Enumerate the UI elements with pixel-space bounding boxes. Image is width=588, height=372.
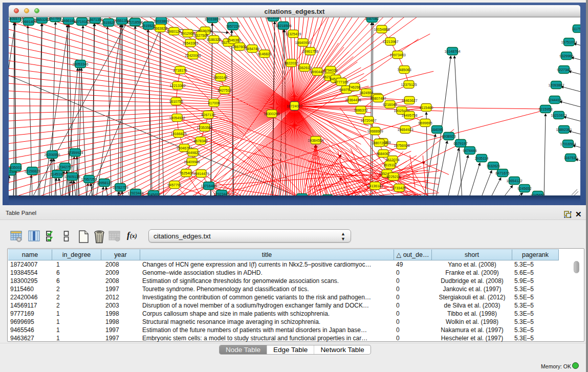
svg-text:19218506: 19218506 xyxy=(275,24,291,28)
svg-text:12353584: 12353584 xyxy=(197,126,212,129)
svg-text:19054932: 19054932 xyxy=(169,116,185,120)
svg-text:18724007: 18724007 xyxy=(287,104,302,108)
svg-text:2867608: 2867608 xyxy=(232,45,246,49)
svg-text:16543362: 16543362 xyxy=(182,41,198,45)
svg-text:10033809: 10033809 xyxy=(204,17,220,21)
svg-text:10961758: 10961758 xyxy=(302,50,318,53)
svg-text:1244415: 1244415 xyxy=(548,98,561,102)
svg-text:20206556: 20206556 xyxy=(44,153,60,157)
svg-text:7857224: 7857224 xyxy=(226,25,239,28)
svg-text:13716485: 13716485 xyxy=(201,184,216,188)
svg-text:9777169: 9777169 xyxy=(334,80,348,84)
svg-text:9329966: 9329966 xyxy=(559,54,573,58)
svg-text:10653287: 10653287 xyxy=(34,18,50,21)
svg-text:8678342: 8678342 xyxy=(193,139,207,143)
svg-text:12218506: 12218506 xyxy=(127,20,143,24)
svg-text:14136141: 14136141 xyxy=(367,184,383,188)
svg-text:12505135: 12505135 xyxy=(64,175,80,179)
svg-text:6794028: 6794028 xyxy=(323,69,337,72)
svg-text:8427512: 8427512 xyxy=(217,89,231,92)
svg-text:6679197: 6679197 xyxy=(453,142,467,145)
svg-text:9146821: 9146821 xyxy=(257,52,271,56)
svg-text:2935114: 2935114 xyxy=(475,157,489,160)
svg-text:8960124: 8960124 xyxy=(167,30,181,33)
svg-text:9699695: 9699695 xyxy=(418,121,432,125)
svg-text:3215958: 3215958 xyxy=(538,107,552,111)
svg-text:18463627: 18463627 xyxy=(401,99,417,102)
svg-text:3822037: 3822037 xyxy=(284,61,298,65)
svg-text:20364436: 20364436 xyxy=(345,98,361,102)
svg-text:1449822: 1449822 xyxy=(186,151,200,155)
svg-text:7632621: 7632621 xyxy=(486,164,500,168)
svg-text:1145193: 1145193 xyxy=(51,172,64,176)
svg-text:10807487: 10807487 xyxy=(370,97,386,100)
svg-text:10654122: 10654122 xyxy=(506,179,522,183)
svg-text:19654923: 19654923 xyxy=(397,128,413,132)
svg-text:20053346: 20053346 xyxy=(72,62,88,66)
svg-text:18300295: 18300295 xyxy=(264,112,279,116)
svg-text:9115460: 9115460 xyxy=(420,106,433,110)
svg-text:11325419: 11325419 xyxy=(286,32,301,36)
svg-text:10756928: 10756928 xyxy=(394,144,409,147)
svg-text:1610755: 1610755 xyxy=(169,100,183,103)
svg-text:10958127: 10958127 xyxy=(96,181,112,185)
svg-text:7886372: 7886372 xyxy=(354,108,367,112)
svg-text:16671355: 16671355 xyxy=(87,18,103,21)
svg-text:1117530: 1117530 xyxy=(572,27,580,31)
svg-text:12213967: 12213967 xyxy=(382,40,398,43)
svg-text:164095: 164095 xyxy=(431,128,443,132)
svg-text:1362615: 1362615 xyxy=(297,66,311,70)
svg-text:17957255: 17957255 xyxy=(81,178,97,181)
svg-text:17359924: 17359924 xyxy=(67,151,83,155)
svg-text:16409948: 16409948 xyxy=(184,160,200,164)
svg-text:1167530: 1167530 xyxy=(564,156,578,160)
svg-text:3684067: 3684067 xyxy=(376,152,390,156)
svg-text:8990443: 8990443 xyxy=(310,70,324,74)
svg-text:417006: 417006 xyxy=(208,101,220,105)
svg-text:8912954: 8912954 xyxy=(181,32,194,35)
svg-text:8471676: 8471676 xyxy=(495,171,509,175)
svg-text:1733426: 1733426 xyxy=(392,186,406,190)
svg-text:746266: 746266 xyxy=(349,85,360,89)
svg-text:19384554: 19384554 xyxy=(308,139,323,142)
svg-text:835001: 835001 xyxy=(10,166,21,169)
svg-text:1615112: 1615112 xyxy=(383,163,397,167)
svg-text:18807209: 18807209 xyxy=(371,141,387,145)
svg-text:8454749: 8454749 xyxy=(245,47,259,51)
svg-text:14495758: 14495758 xyxy=(401,114,417,117)
svg-text:18640910: 18640910 xyxy=(295,41,311,45)
svg-text:7485063: 7485063 xyxy=(397,68,411,72)
svg-text:16148764: 16148764 xyxy=(444,50,460,53)
svg-text:8813054: 8813054 xyxy=(266,17,280,19)
svg-text:6216049: 6216049 xyxy=(383,103,397,106)
svg-text:8938923: 8938923 xyxy=(442,135,455,138)
svg-text:12923448: 12923448 xyxy=(213,192,229,196)
svg-text:3824554: 3824554 xyxy=(359,91,373,95)
svg-text:2803144: 2803144 xyxy=(213,76,227,79)
svg-text:15720407: 15720407 xyxy=(360,119,376,122)
svg-text:19166825: 19166825 xyxy=(170,132,186,136)
svg-text:8267130: 8267130 xyxy=(201,113,215,117)
svg-text:7625402: 7625402 xyxy=(179,171,193,175)
svg-text:12923448: 12923448 xyxy=(127,191,143,195)
svg-text:10688609: 10688609 xyxy=(367,129,383,133)
svg-text:2718176: 2718176 xyxy=(173,69,187,72)
svg-text:12375125: 12375125 xyxy=(401,83,417,86)
svg-text:15892391: 15892391 xyxy=(556,128,572,132)
svg-text:1546383: 1546383 xyxy=(227,38,241,42)
svg-text:8186328: 8186328 xyxy=(207,38,221,41)
svg-text:10033809: 10033809 xyxy=(153,19,169,23)
svg-text:10782759: 10782759 xyxy=(112,186,128,189)
svg-text:9327509: 9327509 xyxy=(194,34,208,37)
svg-text:12342757: 12342757 xyxy=(57,165,73,169)
svg-text:12213362: 12213362 xyxy=(169,84,185,87)
svg-text:17016504: 17016504 xyxy=(560,142,576,146)
svg-text:9457791: 9457791 xyxy=(167,183,181,187)
svg-text:9474444: 9474444 xyxy=(463,149,476,152)
svg-text:9245652: 9245652 xyxy=(517,187,531,190)
svg-text:22420046: 22420046 xyxy=(185,54,201,57)
svg-text:2087082: 2087082 xyxy=(365,17,379,20)
svg-text:9245652: 9245652 xyxy=(146,193,160,196)
svg-text:9245652: 9245652 xyxy=(531,193,545,196)
svg-text:7663822: 7663822 xyxy=(153,27,167,30)
